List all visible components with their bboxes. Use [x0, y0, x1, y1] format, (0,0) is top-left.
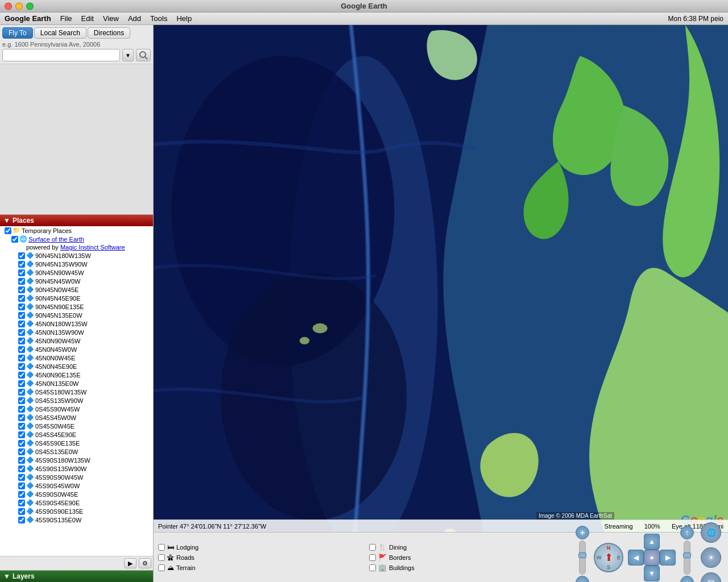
nav-right-button[interactable]: ▶: [660, 550, 676, 566]
tree-checkbox-5[interactable]: [18, 269, 25, 276]
tree-settings-button[interactable]: ⚙: [139, 558, 151, 568]
magic-instinct-link[interactable]: Magic Instinct Software: [60, 244, 125, 251]
tree-checkbox-14[interactable]: [18, 346, 25, 353]
close-button[interactable]: [5, 2, 12, 10]
tree-checkbox-12[interactable]: [18, 329, 25, 336]
tilt-slider[interactable]: [684, 541, 690, 575]
tree-checkbox-25[interactable]: [18, 440, 25, 447]
tree-item[interactable]: 🔷0S45S135W90W: [0, 396, 153, 405]
tree-checkbox-16[interactable]: [18, 363, 25, 370]
tree-checkbox-22[interactable]: [18, 414, 25, 421]
tree-item[interactable]: 🔷45S90S180W135W: [0, 456, 153, 464]
maximize-button[interactable]: [26, 2, 34, 10]
tree-link[interactable]: Surface of the Earth: [28, 236, 84, 243]
menu-help[interactable]: Help: [176, 14, 192, 23]
tree-item[interactable]: 🔷90N45N90E135E: [0, 302, 153, 311]
map-area[interactable]: Image © 2006 MDA EarthSat Google Pointer…: [154, 25, 728, 582]
tree-item[interactable]: 🔷0S45S90E135E: [0, 439, 153, 447]
tab-local-search[interactable]: Local Search: [34, 27, 86, 39]
layer-dining-checkbox[interactable]: [369, 544, 376, 551]
layer-terrain-checkbox[interactable]: [158, 564, 165, 571]
tree-checkbox-18[interactable]: [18, 380, 25, 387]
sun-button[interactable]: ☀: [701, 547, 721, 568]
tree-item[interactable]: 🔷45N0N135E0W: [0, 379, 153, 388]
tree-item[interactable]: 🔷45N0N180W135W: [0, 319, 153, 328]
tree-item[interactable]: 🔷45S90S45E90E: [0, 498, 153, 507]
tree-item[interactable]: 🔷0S45S45E90E: [0, 430, 153, 439]
tilt-up-button[interactable]: ↑: [680, 526, 694, 539]
minimize-button[interactable]: [15, 2, 23, 10]
tree-item[interactable]: 🔷0S45S45W0W: [0, 413, 153, 422]
compass[interactable]: N S E W ⬆: [594, 543, 623, 572]
layer-buildings-checkbox[interactable]: [369, 564, 376, 571]
tree-item[interactable]: 🔷90N45N135W90W: [0, 260, 153, 268]
tree-checkbox-34[interactable]: [18, 517, 25, 523]
tree-item[interactable]: 🔷45S90S0W45E: [0, 490, 153, 498]
tree-checkbox-24[interactable]: [18, 431, 25, 438]
tree-checkbox-26[interactable]: [18, 448, 25, 455]
tree-play-button[interactable]: ▶: [124, 558, 136, 568]
tree-item[interactable]: 📁Temporary Places: [0, 226, 153, 235]
nav-center-button[interactable]: ●: [644, 550, 660, 566]
tree-item[interactable]: 🔷45N0N90W45W: [0, 336, 153, 345]
tree-item[interactable]: 🔷90N45N180W135W: [0, 251, 153, 260]
layer-roads-checkbox[interactable]: [158, 554, 165, 561]
tree-checkbox-3[interactable]: [18, 252, 25, 259]
tree-item[interactable]: 🔷0S45S0W45E: [0, 422, 153, 430]
tree-checkbox-21[interactable]: [18, 406, 25, 413]
tree-item[interactable]: 🌐Surface of the Earth: [0, 235, 153, 243]
tree-item[interactable]: 🔷90N45N0W45E: [0, 285, 153, 294]
tree-checkbox-32[interactable]: [18, 500, 25, 506]
layer-lodging-checkbox[interactable]: [158, 544, 165, 551]
zoom-out-button[interactable]: −: [576, 576, 589, 583]
tree-checkbox-1[interactable]: [11, 236, 18, 243]
layers-header[interactable]: ▼ Layers: [0, 571, 153, 582]
tree-checkbox-17[interactable]: [18, 372, 25, 379]
tree-item[interactable]: 🔷45S90S45W0W: [0, 481, 153, 490]
globe-button[interactable]: 🌐: [701, 522, 721, 543]
zoom-in-button[interactable]: +: [576, 526, 589, 539]
tree-checkbox-20[interactable]: [18, 397, 25, 404]
nav-down-button[interactable]: ▼: [644, 566, 660, 581]
tree-checkbox-4[interactable]: [18, 261, 25, 268]
tree-item[interactable]: 🔷90N45N90W45W: [0, 268, 153, 277]
tree-checkbox-30[interactable]: [18, 483, 25, 489]
tree-checkbox-23[interactable]: [18, 423, 25, 430]
tree-item[interactable]: 🔷45N0N45E90E: [0, 362, 153, 371]
app-name[interactable]: Google Earth: [5, 14, 51, 23]
tree-checkbox-10[interactable]: [18, 312, 25, 319]
tree-checkbox-31[interactable]: [18, 491, 25, 498]
zoom-slider[interactable]: [579, 541, 586, 575]
nav-up-button[interactable]: ▲: [644, 534, 660, 550]
tree-item[interactable]: 🔷45S90S90E135E: [0, 507, 153, 516]
tab-directions[interactable]: Directions: [88, 27, 130, 39]
tree-item[interactable]: 🔷45S90S135E0W: [0, 516, 153, 524]
tree-checkbox-29[interactable]: [18, 474, 25, 481]
tree-item[interactable]: 🔷0S45S180W135W: [0, 388, 153, 396]
tab-fly-to[interactable]: Fly To: [2, 27, 33, 39]
tree-item[interactable]: 🔷45N0N0W45E: [0, 354, 153, 362]
tree-item[interactable]: 🔷45N0N90E135E: [0, 371, 153, 379]
places-tree[interactable]: 📁Temporary Places🌐Surface of the Earthpo…: [0, 226, 153, 556]
tree-item[interactable]: 🔷45N0N135W90W: [0, 328, 153, 336]
tree-item[interactable]: 🔷45S90S135W90W: [0, 464, 153, 473]
tree-checkbox-28[interactable]: [18, 465, 25, 472]
tree-checkbox-19[interactable]: [18, 389, 25, 396]
menu-tools[interactable]: Tools: [150, 14, 167, 23]
tree-item[interactable]: 🔷90N45N45E90E: [0, 294, 153, 302]
tree-item[interactable]: powered by Magic Instinct Software: [0, 243, 153, 251]
tree-item[interactable]: 🔷90N45N45W0W: [0, 277, 153, 285]
tree-item[interactable]: 🔷0S45S135E0W: [0, 447, 153, 456]
tree-item[interactable]: 🔷0S45S90W45W: [0, 405, 153, 413]
tilt-down-button[interactable]: ↓: [680, 576, 694, 583]
tree-checkbox-33[interactable]: [18, 508, 25, 515]
tree-checkbox-6[interactable]: [18, 278, 25, 285]
menu-add[interactable]: Add: [128, 14, 141, 23]
tree-checkbox-11[interactable]: [18, 321, 25, 327]
layer-borders-checkbox[interactable]: [369, 554, 376, 561]
tree-checkbox-8[interactable]: [18, 295, 25, 302]
menu-view[interactable]: View: [103, 14, 119, 23]
tree-checkbox-27[interactable]: [18, 457, 25, 464]
places-header[interactable]: ▼ Places: [0, 215, 153, 226]
tree-checkbox-15[interactable]: [18, 355, 25, 361]
